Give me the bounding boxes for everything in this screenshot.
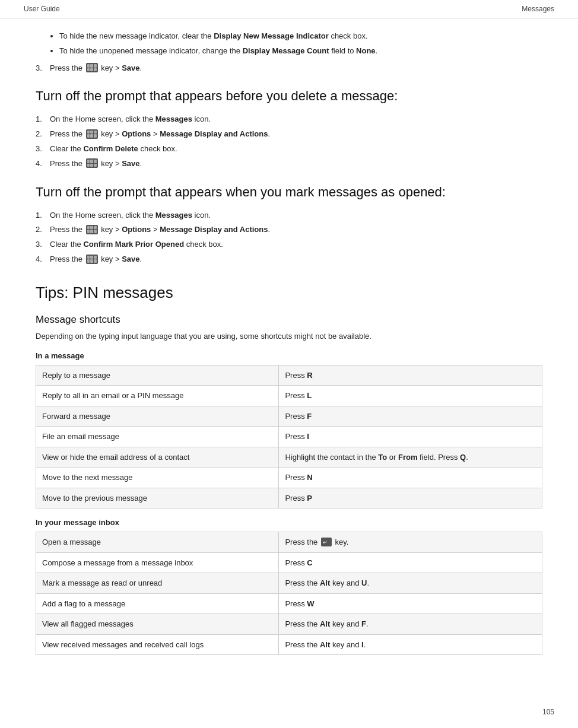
table-row: Reply to a message Press R (36, 365, 542, 386)
table-row: Open a message Press the key. (36, 532, 542, 553)
bb-key-icon-s2-4 (86, 255, 98, 264)
table-row: Forward a message Press F (36, 406, 542, 427)
table-row: View received messages and received call… (36, 634, 542, 655)
bullet-item-1: To hide the new message indicator, clear… (59, 30, 542, 43)
section2-list: 1.On the Home screen, click the Messages… (36, 209, 542, 266)
page-content: To hide the new message indicator, clear… (0, 18, 578, 688)
table-row: View or hide the email address of a cont… (36, 447, 542, 468)
section2-step4: 4.Press the key > Save. (36, 253, 542, 266)
section2-step2: 2.Press the key > Options > Message Disp… (36, 224, 542, 236)
section1-step2: 2.Press the key > Options > Message Disp… (36, 128, 542, 141)
page-number: 105 (542, 708, 554, 716)
section2-step3: 3.Clear the Confirm Mark Prior Opened ch… (36, 239, 542, 251)
in-your-inbox-label: In your message inbox (36, 518, 542, 527)
in-a-message-label: In a message (36, 351, 542, 360)
section1-step3: 3.Clear the Confirm Delete check box. (36, 143, 542, 155)
step3-list: 3. Press the key > Save. (36, 62, 542, 75)
header-right: Messages (522, 5, 554, 13)
section1-heading: Turn off the prompt that appears before … (36, 88, 542, 104)
bb-key-icon-s2-2 (86, 225, 98, 234)
page-footer: 105 (542, 708, 554, 716)
tips-heading: Tips: PIN messages (36, 284, 542, 302)
section1-step4: 4.Press the key > Save. (36, 158, 542, 170)
table-row: Reply to all in an email or a PIN messag… (36, 386, 542, 406)
bb-key-icon-s1-2 (86, 129, 98, 139)
enter-key-icon (321, 538, 332, 546)
table-row: Compose a message from a message inbox P… (36, 552, 542, 573)
section1-list: 1.On the Home screen, click the Messages… (36, 113, 542, 170)
in-a-message-table: Reply to a message Press R Reply to all … (36, 365, 542, 509)
intro-text: Depending on the typing input language t… (36, 330, 542, 343)
table-row: Move to the previous message Press P (36, 488, 542, 508)
bb-key-icon-s1-4 (86, 158, 98, 168)
header-left: User Guide (24, 5, 60, 13)
bb-key-icon (86, 63, 98, 72)
in-your-inbox-table: Open a message Press the key. Compose a … (36, 532, 542, 655)
table-row: Add a flag to a message Press W (36, 593, 542, 614)
page-header: User Guide Messages (0, 0, 578, 18)
table-row: Move to the next message Press N (36, 468, 542, 488)
bullet-item-2: To hide the unopened message indicator, … (59, 45, 542, 58)
msg-shortcuts-heading: Message shortcuts (36, 314, 542, 326)
step3-item: 3. Press the key > Save. (36, 62, 542, 75)
table-row: View all flagged messages Press the Alt … (36, 614, 542, 635)
bullet-list: To hide the new message indicator, clear… (59, 30, 542, 58)
section1-step1: 1.On the Home screen, click the Messages… (36, 113, 542, 126)
table-row: Mark a message as read or unread Press t… (36, 573, 542, 594)
section2-step1: 1.On the Home screen, click the Messages… (36, 209, 542, 222)
section2-heading: Turn off the prompt that appears when yo… (36, 185, 542, 200)
table-row: File an email message Press I (36, 427, 542, 447)
